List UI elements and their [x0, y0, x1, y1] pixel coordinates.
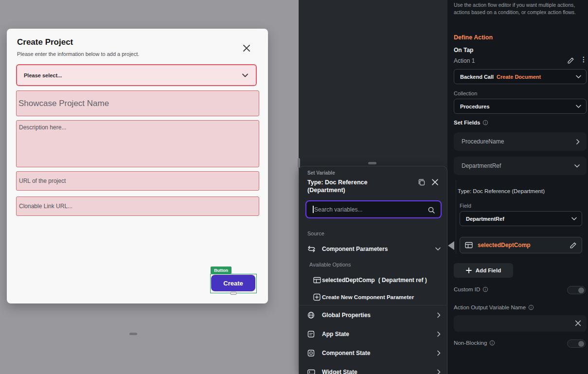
output-variable-input[interactable] [454, 315, 587, 332]
info-icon [482, 286, 488, 292]
popup-title-line2: (Department) [307, 186, 345, 194]
bound-variable-row[interactable]: selectedDeptComp [460, 237, 582, 253]
field-name: DepartmentRef [462, 162, 501, 169]
clear-icon[interactable] [575, 320, 581, 326]
option-selected-dept-comp[interactable]: selectedDeptComp( Department ref ) [299, 271, 448, 289]
chevron-right-icon [437, 369, 441, 374]
action-flow-hint: Use the action flow editor if you want m… [454, 1, 583, 16]
custom-id-label: Custom ID [454, 286, 488, 292]
close-icon[interactable] [432, 179, 438, 185]
parameter-type: ( Department ref ) [378, 277, 427, 284]
source-item-app-state[interactable]: App State [299, 324, 448, 343]
set-fields-heading: Set Fields [454, 120, 488, 125]
add-field-label: Add Field [476, 267, 501, 273]
collection-dropdown[interactable]: Procedures [454, 99, 587, 114]
widget-state-icon [307, 369, 315, 374]
output-variable-label: Action Output Variable Name [454, 304, 534, 310]
design-canvas[interactable]: Create Project Please enter the informat… [0, 0, 299, 374]
non-blocking-toggle[interactable] [567, 339, 586, 348]
popup-resize-handle[interactable] [368, 162, 376, 164]
variable-search-box [305, 200, 442, 218]
popup-title-line1: Type: Doc Reference [307, 178, 367, 186]
collection-value: Procedures [460, 104, 490, 109]
bound-variable-name: selectedDeptComp [478, 242, 565, 249]
set-fields-label: Set Fields [454, 120, 480, 125]
set-variable-popup: Set Variable Type: Doc Reference (Depart… [299, 166, 447, 374]
info-icon [489, 340, 495, 346]
action-type-dropdown[interactable]: Backend Call Create Document [454, 69, 587, 84]
source-item-component-parameters[interactable]: Component Parameters [299, 240, 448, 258]
plus-square-icon [313, 293, 321, 301]
component-parameters-icon [307, 246, 316, 253]
vertical-divider-handle[interactable] [298, 158, 300, 168]
field-label: Field [460, 203, 471, 209]
project-name-input[interactable]: Showcase Project Name [16, 90, 259, 116]
trigger-label: On Tap [454, 47, 473, 53]
create-project-dialog: Create Project Please enter the informat… [7, 29, 268, 303]
output-variable-field [454, 315, 587, 332]
info-icon [482, 120, 488, 125]
chevron-down-icon [435, 248, 441, 251]
chevron-right-icon [437, 350, 441, 356]
edit-variable-icon[interactable] [570, 242, 577, 249]
action-type: Backend Call [460, 74, 494, 80]
close-icon[interactable] [242, 44, 251, 53]
define-action-heading: Define Action [454, 34, 493, 41]
widget-selection-outline: Create [210, 274, 257, 293]
chevron-right-icon [437, 312, 441, 318]
create-new-component-parameter[interactable]: Create New Component Parameter [299, 289, 448, 305]
source-item-label: Global Properties [322, 312, 371, 319]
available-options-label: Available Options [309, 262, 351, 267]
field-type-line: Type: Doc Reference (Department) [458, 188, 545, 194]
chevron-right-icon [437, 331, 441, 337]
expanded-group-indent-line [456, 180, 456, 254]
selection-resize-handle[interactable] [230, 292, 237, 295]
field-row-procedure-name[interactable]: ProcedureName [454, 132, 587, 151]
search-input[interactable] [306, 201, 441, 217]
component-state-icon [307, 349, 315, 356]
project-type-select[interactable]: Please select... [16, 64, 257, 86]
field-row-department-ref[interactable]: DepartmentRef [454, 157, 587, 175]
action-properties-panel: Use the action flow editor if you want m… [447, 0, 588, 374]
create-new-label: Create New Component Parameter [322, 294, 414, 300]
add-field-button[interactable]: Add Field [454, 263, 513, 278]
description-input[interactable]: Description here... [16, 120, 259, 167]
source-section-label: Source [307, 231, 324, 236]
dialog-title: Create Project [17, 37, 73, 47]
clonable-placeholder: Clonable Link URL... [19, 203, 72, 210]
source-item-widget-state[interactable]: Widget State [299, 362, 448, 374]
chevron-down-icon [574, 164, 580, 168]
source-item-label: Widget State [322, 369, 357, 374]
app-state-icon [307, 330, 315, 338]
action-menu-icon[interactable]: ⋮ [580, 55, 587, 63]
info-icon [528, 304, 534, 310]
selected-widget-tag: Button [211, 267, 232, 274]
source-item-label: App State [322, 331, 349, 338]
create-button[interactable]: Create [211, 275, 255, 291]
text-caret [313, 206, 314, 213]
search-icon [428, 206, 435, 214]
project-url-input[interactable]: URL of the project [16, 171, 259, 191]
field-value: DepartmentRef [466, 216, 504, 222]
chevron-down-icon [571, 217, 577, 220]
popup-anchor-arrow [448, 241, 454, 250]
custom-id-toggle[interactable] [567, 286, 586, 294]
globe-icon [307, 311, 315, 319]
edit-action-icon[interactable] [567, 57, 574, 64]
name-placeholder: Showcase Project Name [18, 99, 109, 108]
field-dropdown[interactable]: DepartmentRef [460, 211, 582, 226]
chevron-right-icon [576, 139, 580, 144]
canvas-scroll-handle[interactable] [129, 333, 137, 335]
popup-eyebrow: Set Variable [307, 170, 335, 176]
field-name: ProcedureName [462, 138, 504, 145]
table-icon [465, 242, 473, 249]
action-name: Create Document [497, 74, 541, 80]
source-item-component-state[interactable]: Component State [299, 343, 448, 362]
clonable-link-input[interactable]: Clonable Link URL... [16, 196, 259, 216]
chevron-down-icon [242, 73, 248, 77]
plus-icon [466, 267, 472, 273]
copy-icon[interactable] [417, 178, 426, 186]
url-placeholder: URL of the project [19, 178, 66, 184]
source-item-global-properties[interactable]: Global Properties [299, 305, 448, 324]
action-label: Action 1 [454, 57, 475, 64]
